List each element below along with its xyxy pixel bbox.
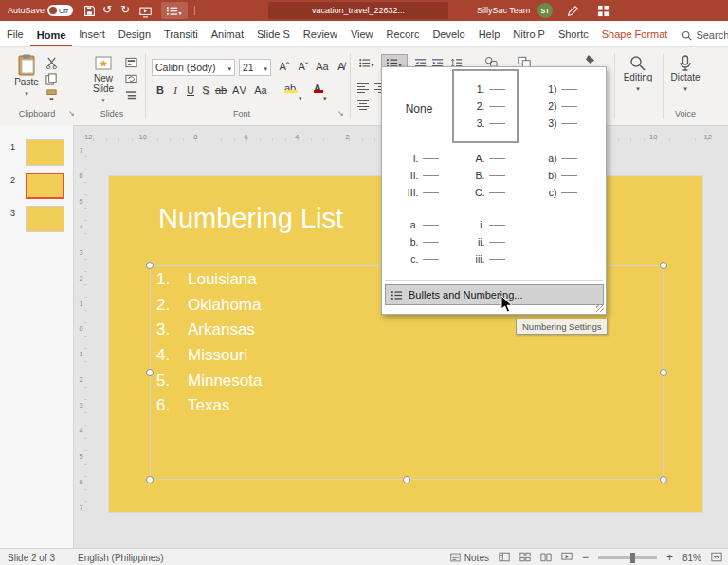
tab-view[interactable]: View xyxy=(344,23,380,46)
tab-insert[interactable]: Insert xyxy=(72,23,112,46)
vertical-ruler[interactable]: 765432101234567 xyxy=(75,144,87,514)
shape-fill-icon[interactable] xyxy=(583,53,598,66)
resize-handle-ne[interactable] xyxy=(660,262,667,269)
search-label: Search xyxy=(696,29,728,41)
view-normal-button[interactable] xyxy=(499,552,510,564)
tab-slideshow[interactable]: Slide S xyxy=(250,23,297,46)
autosave-toggle[interactable]: Off xyxy=(47,5,73,16)
tab-shape-format[interactable]: Shape Format xyxy=(595,23,675,46)
align-center-icon[interactable] xyxy=(355,99,371,112)
zoom-in-button[interactable]: + xyxy=(666,551,673,564)
copy-icon[interactable] xyxy=(44,72,59,85)
qat-numbering-button[interactable] xyxy=(161,2,188,19)
menu-resize-grip[interactable] xyxy=(596,304,604,312)
autosave-label: AutoSave xyxy=(8,6,45,15)
character-spacing-button[interactable]: AV xyxy=(232,83,247,97)
avatar[interactable]: ST xyxy=(537,3,553,18)
resize-handle-nw[interactable] xyxy=(146,262,154,269)
numbering-option-roman-upper[interactable]: I. II. III. xyxy=(390,145,448,206)
view-slideshow-button[interactable] xyxy=(561,552,573,564)
font-size-combo[interactable]: 21 xyxy=(239,59,271,76)
decrease-font-icon[interactable]: Aˇ xyxy=(296,60,311,73)
format-painter-icon[interactable] xyxy=(44,88,59,101)
search-box[interactable]: Search xyxy=(682,29,728,46)
clipboard-dialog-launcher[interactable] xyxy=(68,109,75,118)
bullets-and-numbering-menu-item[interactable]: Bullets and Numbering... xyxy=(385,284,604,305)
slide-title[interactable]: Numbering List xyxy=(158,203,343,234)
resize-handle-w[interactable] xyxy=(146,369,154,376)
save-icon[interactable] xyxy=(83,4,96,21)
numbering-option-alpha-lower-paren[interactable]: a) b) c) xyxy=(524,145,591,206)
slide-thumbnail-3[interactable] xyxy=(26,206,64,232)
editing-button[interactable]: Editing xyxy=(618,55,658,93)
resize-handle-se[interactable] xyxy=(660,476,667,483)
font-name-combo[interactable]: Calibri (Body) xyxy=(152,59,235,76)
slide-thumbnail-1[interactable] xyxy=(26,139,64,166)
zoom-level[interactable]: 81% xyxy=(682,553,701,563)
zoom-slider[interactable] xyxy=(598,556,657,559)
tab-shortcuts[interactable]: Shortc xyxy=(552,23,595,46)
reset-slide-icon[interactable] xyxy=(123,72,138,85)
bold-button[interactable]: B xyxy=(153,83,168,97)
tab-home[interactable]: Home xyxy=(30,24,73,47)
change-case-icon[interactable]: Aa xyxy=(315,60,330,73)
view-reading-button[interactable] xyxy=(540,552,552,564)
numbering-option-alpha-upper[interactable]: A. B. C. xyxy=(452,145,519,206)
underline-button[interactable]: U xyxy=(183,83,198,97)
editing-mode-pencil-icon[interactable] xyxy=(567,4,579,21)
tab-help[interactable]: Help xyxy=(472,23,507,46)
resize-handle-sw[interactable] xyxy=(146,476,154,483)
account-name[interactable]: SillySac Team xyxy=(477,6,530,15)
slide-indicator[interactable]: Slide 2 of 3 xyxy=(8,553,55,563)
paste-button[interactable]: Paste xyxy=(11,54,42,98)
fit-to-window-button[interactable] xyxy=(711,552,722,564)
zoom-out-button[interactable]: − xyxy=(582,551,589,564)
zoom-slider-thumb[interactable] xyxy=(630,553,635,563)
numbering-option-1-2-3-period[interactable]: 1. 2. 3. xyxy=(452,69,519,143)
italic-button[interactable]: I xyxy=(168,83,183,97)
section-icon[interactable] xyxy=(123,88,138,101)
numbering-option-none[interactable]: None xyxy=(390,75,448,143)
redo-icon[interactable] xyxy=(120,4,130,15)
tab-developer[interactable]: Develo xyxy=(426,23,471,46)
tab-review[interactable]: Review xyxy=(297,23,344,46)
view-slide-sorter-button[interactable] xyxy=(519,552,531,564)
tab-record[interactable]: Recorc xyxy=(380,23,427,46)
numbering-option-1-2-3-paren[interactable]: 1) 2) 3) xyxy=(524,75,591,137)
clear-formatting-icon[interactable]: A̸ xyxy=(334,60,349,73)
tab-animations[interactable]: Animat xyxy=(205,23,250,46)
increase-font-icon[interactable]: Aˆ xyxy=(277,60,292,73)
language-status[interactable]: English (Philippines) xyxy=(78,553,164,563)
tab-file[interactable]: File xyxy=(0,23,30,46)
numbering-option-alpha-lower[interactable]: a. b. c. xyxy=(390,211,448,272)
undo-icon[interactable] xyxy=(102,4,112,15)
chevron-down-icon[interactable] xyxy=(299,87,302,104)
slide-thumbnail-2-selected[interactable] xyxy=(26,173,64,199)
notes-toggle[interactable]: Notes xyxy=(450,553,489,563)
bullets-button[interactable] xyxy=(355,56,378,69)
numbered-list-textbox[interactable]: 1.Louisiana 2.Oklahoma 3.Arkansas 4.Miss… xyxy=(156,267,262,419)
thumbnail-number: 3 xyxy=(10,209,15,218)
dictate-button[interactable]: Dictate xyxy=(666,55,704,93)
apps-grid-icon[interactable] xyxy=(597,4,610,21)
strikethrough-button[interactable]: ab xyxy=(213,83,228,97)
chevron-down-icon[interactable] xyxy=(323,87,327,104)
tab-design[interactable]: Design xyxy=(112,23,157,46)
slide-layout-icon[interactable] xyxy=(123,56,138,69)
font-dialog-launcher[interactable] xyxy=(337,109,344,118)
case-button[interactable]: Aa xyxy=(253,83,268,97)
align-left-icon[interactable] xyxy=(355,82,371,95)
text-shadow-button[interactable]: S xyxy=(198,83,213,97)
tab-nitro[interactable]: Nitro P xyxy=(506,23,552,46)
resize-handle-s[interactable] xyxy=(403,476,410,483)
numbering-option-roman-lower[interactable]: i. ii. iii. xyxy=(452,211,519,272)
new-slide-button[interactable]: New Slide xyxy=(85,54,121,104)
list-item: 1.Louisiana xyxy=(156,267,262,293)
cut-icon[interactable] xyxy=(44,56,59,69)
resize-handle-e[interactable] xyxy=(660,369,667,376)
highlight-color-button[interactable]: ab xyxy=(282,82,298,95)
start-slideshow-icon[interactable] xyxy=(139,5,152,22)
tab-transitions[interactable]: Transiti xyxy=(157,23,205,46)
chevron-down-icon xyxy=(636,82,640,93)
document-title-area[interactable]: vacation_travel_22632... xyxy=(268,2,448,19)
